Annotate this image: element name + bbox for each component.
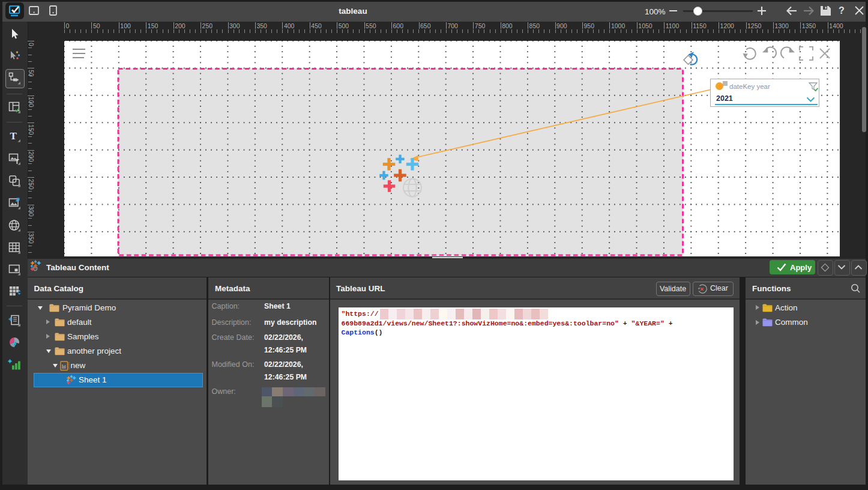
- svg-text:T: T: [10, 130, 17, 142]
- svg-text:T: T: [15, 158, 19, 165]
